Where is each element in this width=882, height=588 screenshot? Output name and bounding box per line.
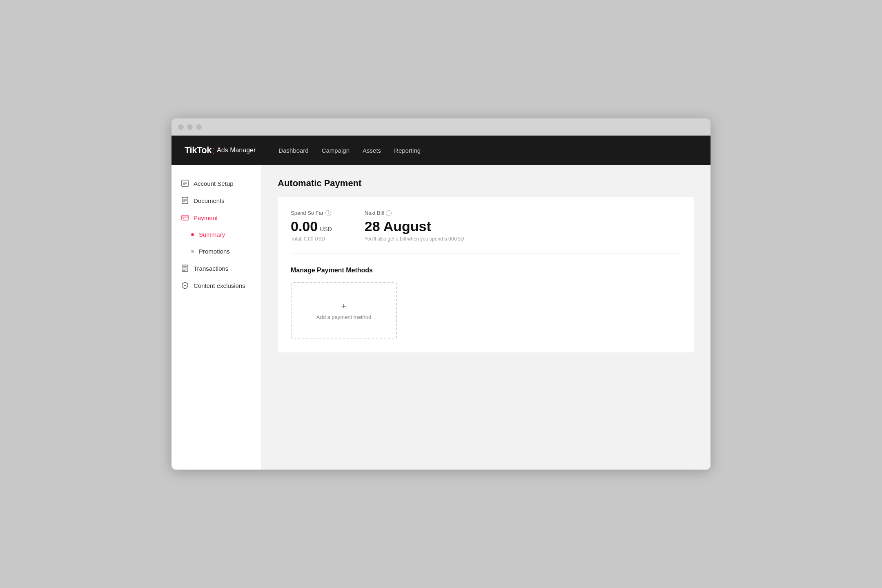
documents-icon bbox=[181, 197, 189, 204]
spend-so-far-col: Spend So Far i 0.00 USD Total: 0.00 USD bbox=[291, 210, 332, 242]
sidebar: Account Setup Documents bbox=[172, 165, 261, 470]
next-bill-col: Next Bill i 28 August You'll also get a … bbox=[365, 210, 464, 242]
content-exclusions-icon bbox=[181, 282, 189, 289]
sidebar-label-account-setup: Account Setup bbox=[194, 180, 234, 187]
manage-payment-title: Manage Payment Methods bbox=[291, 267, 681, 274]
sidebar-label-summary: Summary bbox=[199, 231, 225, 238]
spend-total: Total: 0.00 USD bbox=[291, 236, 332, 242]
account-setup-icon bbox=[181, 180, 189, 187]
add-payment-label: Add a payment method bbox=[316, 314, 371, 320]
plus-icon: + bbox=[341, 302, 347, 311]
spend-so-far-label: Spend So Far i bbox=[291, 210, 332, 216]
nav-assets[interactable]: Assets bbox=[363, 145, 381, 156]
page-title: Automatic Payment bbox=[278, 178, 694, 189]
sidebar-label-transactions: Transactions bbox=[194, 265, 228, 272]
app-shell: TikTok : Ads Manager Dashboard Campaign … bbox=[172, 136, 710, 470]
sidebar-label-promotions: Promotions bbox=[199, 248, 230, 255]
summary-dot bbox=[191, 233, 194, 236]
traffic-light-close[interactable] bbox=[178, 124, 184, 130]
traffic-light-minimize[interactable] bbox=[187, 124, 193, 130]
spend-amount: 0.00 USD bbox=[291, 218, 332, 234]
next-bill-label: Next Bill i bbox=[365, 210, 464, 216]
topnav: TikTok : Ads Manager Dashboard Campaign … bbox=[172, 136, 710, 165]
spend-currency: USD bbox=[320, 226, 332, 232]
nav-links: Dashboard Campaign Assets Reporting bbox=[278, 145, 421, 156]
traffic-light-maximize[interactable] bbox=[196, 124, 202, 130]
next-bill-note: You'll also get a bill when you spend 5.… bbox=[365, 236, 464, 242]
transactions-icon bbox=[181, 265, 189, 272]
browser-chrome bbox=[172, 118, 710, 136]
sidebar-label-content-exclusions: Content exclusions bbox=[194, 282, 245, 289]
sidebar-item-account-setup[interactable]: Account Setup bbox=[172, 175, 261, 192]
next-bill-date: 28 August bbox=[365, 218, 464, 234]
payment-icon bbox=[181, 214, 189, 221]
logo-subtitle: Ads Manager bbox=[217, 147, 256, 154]
nav-campaign[interactable]: Campaign bbox=[322, 145, 350, 156]
add-payment-method-button[interactable]: + Add a payment method bbox=[291, 282, 397, 339]
logo-dot: : bbox=[212, 145, 215, 156]
nav-dashboard[interactable]: Dashboard bbox=[278, 145, 308, 156]
spend-info-icon[interactable]: i bbox=[325, 210, 331, 216]
payment-card: Spend So Far i 0.00 USD Total: 0.00 USD bbox=[278, 197, 694, 352]
sidebar-item-payment[interactable]: Payment bbox=[172, 209, 261, 226]
svg-rect-9 bbox=[182, 216, 188, 218]
billing-row: Spend So Far i 0.00 USD Total: 0.00 USD bbox=[291, 210, 681, 254]
main-layout: Account Setup Documents bbox=[172, 165, 710, 470]
main-content: Automatic Payment Spend So Far i 0.00 bbox=[261, 165, 710, 470]
sidebar-item-transactions[interactable]: Transactions bbox=[172, 260, 261, 277]
sidebar-label-payment: Payment bbox=[194, 214, 218, 221]
promotions-dot bbox=[191, 250, 194, 253]
browser-window: TikTok : Ads Manager Dashboard Campaign … bbox=[172, 118, 710, 470]
manage-payment-section: Manage Payment Methods + Add a payment m… bbox=[291, 267, 681, 339]
sidebar-label-documents: Documents bbox=[194, 197, 225, 204]
sidebar-item-promotions[interactable]: Promotions bbox=[172, 243, 261, 260]
sidebar-item-summary[interactable]: Summary bbox=[172, 226, 261, 243]
sidebar-item-documents[interactable]: Documents bbox=[172, 192, 261, 209]
next-bill-info-icon[interactable]: i bbox=[386, 210, 392, 216]
sidebar-item-content-exclusions[interactable]: Content exclusions bbox=[172, 277, 261, 294]
logo-tiktok: TikTok bbox=[185, 145, 212, 156]
nav-reporting[interactable]: Reporting bbox=[394, 145, 421, 156]
logo-area: TikTok : Ads Manager bbox=[185, 145, 256, 156]
